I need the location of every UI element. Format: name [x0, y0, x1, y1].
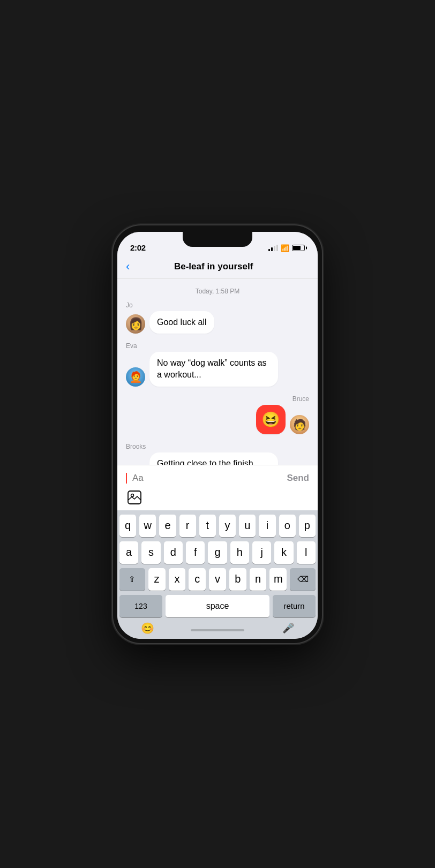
keyboard-row-2: a s d f g h j k l [119, 541, 316, 564]
key-t[interactable]: t [199, 515, 216, 537]
message-group-bruce: Bruce 😆 [126, 395, 309, 434]
key-c[interactable]: c [189, 568, 206, 591]
signal-bars-icon [268, 245, 278, 251]
message-input[interactable] [132, 470, 282, 487]
send-button[interactable]: Send [287, 473, 309, 484]
nav-bar: ‹ Be-leaf in yourself [117, 255, 318, 279]
emoji-keyboard-button[interactable]: 😊 [141, 622, 154, 635]
numbers-key[interactable]: 123 [119, 595, 162, 617]
back-chevron-icon: ‹ [126, 260, 130, 274]
signal-bar-3 [274, 246, 275, 251]
key-z[interactable]: z [148, 568, 166, 591]
signal-bar-1 [268, 249, 270, 251]
key-u[interactable]: u [239, 515, 256, 537]
key-j[interactable]: j [252, 541, 271, 564]
key-y[interactable]: y [219, 515, 236, 537]
avatar-jo [126, 314, 145, 334]
key-h[interactable]: h [230, 541, 249, 564]
message-group-jo: Jo Good luck all [126, 301, 309, 334]
bubble-bruce: 😆 [256, 405, 286, 434]
avatar-eva [126, 367, 145, 387]
key-q[interactable]: q [119, 515, 136, 537]
key-i[interactable]: i [259, 515, 275, 537]
bubble-eva: No way “dog walk” counts as a workout... [149, 352, 278, 387]
avatar-bruce [290, 415, 309, 434]
key-o[interactable]: o [279, 515, 296, 537]
chat-area: Today, 1:58 PM Jo Good luck all Eva No w… [117, 279, 318, 465]
key-l[interactable]: l [297, 541, 316, 564]
bubble-brooks: Getting close to the finish, keep going … [149, 452, 278, 465]
sender-name-brooks: Brooks [126, 443, 309, 450]
svg-point-1 [131, 494, 134, 496]
message-group-brooks: Brooks Getting close to the finish, keep… [126, 443, 309, 465]
status-time: 2:02 [130, 243, 146, 252]
microphone-button[interactable]: 🎤 [282, 622, 294, 634]
key-a[interactable]: a [119, 541, 138, 564]
input-area: Send [117, 465, 318, 510]
phone-frame: 2:02 📶 ‹ Be-leaf in yourself [113, 225, 322, 643]
svg-rect-0 [128, 491, 141, 504]
key-b[interactable]: b [229, 568, 246, 591]
message-row-eva: No way “dog walk” counts as a workout... [126, 352, 309, 387]
text-cursor [126, 473, 127, 484]
key-s[interactable]: s [141, 541, 160, 564]
bubble-jo: Good luck all [149, 311, 214, 334]
keyboard-row-1: q w e r t y u i o p [119, 515, 316, 537]
media-attach-button[interactable] [126, 489, 143, 506]
key-p[interactable]: p [299, 515, 316, 537]
key-e[interactable]: e [159, 515, 176, 537]
signal-bar-2 [271, 247, 273, 251]
message-row-bruce: 😆 [126, 405, 309, 434]
sender-name-bruce: Bruce [126, 395, 309, 403]
return-key[interactable]: return [273, 595, 316, 617]
key-w[interactable]: w [139, 515, 156, 537]
key-v[interactable]: v [209, 568, 226, 591]
battery-fill [293, 246, 301, 250]
backspace-key[interactable]: ⌫ [290, 568, 316, 591]
chat-timestamp: Today, 1:58 PM [126, 288, 309, 295]
key-k[interactable]: k [274, 541, 293, 564]
shift-key[interactable]: ⇧ [119, 568, 145, 591]
back-button[interactable]: ‹ [126, 258, 134, 276]
key-f[interactable]: f [186, 541, 205, 564]
chat-title: Be-leaf in yourself [134, 261, 293, 272]
keyboard-row-3: ⇧ z x c v b n m ⌫ [119, 568, 316, 591]
key-x[interactable]: x [169, 568, 186, 591]
status-icons: 📶 [268, 244, 305, 252]
message-row-jo: Good luck all [126, 311, 309, 334]
key-g[interactable]: g [208, 541, 227, 564]
space-key[interactable]: space [166, 595, 269, 617]
message-row-brooks: Getting close to the finish, keep going … [126, 452, 309, 465]
key-r[interactable]: r [179, 515, 196, 537]
input-row: Send [126, 470, 309, 487]
battery-icon [292, 245, 305, 251]
key-m[interactable]: m [269, 568, 287, 591]
keyboard: q w e r t y u i o p a s d f g h j k [117, 510, 318, 639]
phone-screen: 2:02 📶 ‹ Be-leaf in yourself [117, 232, 318, 639]
home-indicator [191, 629, 244, 631]
keyboard-row-4: 123 space return [119, 595, 316, 617]
message-group-eva: Eva No way “dog walk” counts as a workou… [126, 342, 309, 387]
sender-name-eva: Eva [126, 342, 309, 350]
key-d[interactable]: d [164, 541, 183, 564]
notch [183, 232, 252, 247]
sender-name-jo: Jo [126, 301, 309, 309]
wifi-icon: 📶 [281, 244, 289, 252]
key-n[interactable]: n [250, 568, 267, 591]
signal-bar-4 [276, 245, 278, 251]
